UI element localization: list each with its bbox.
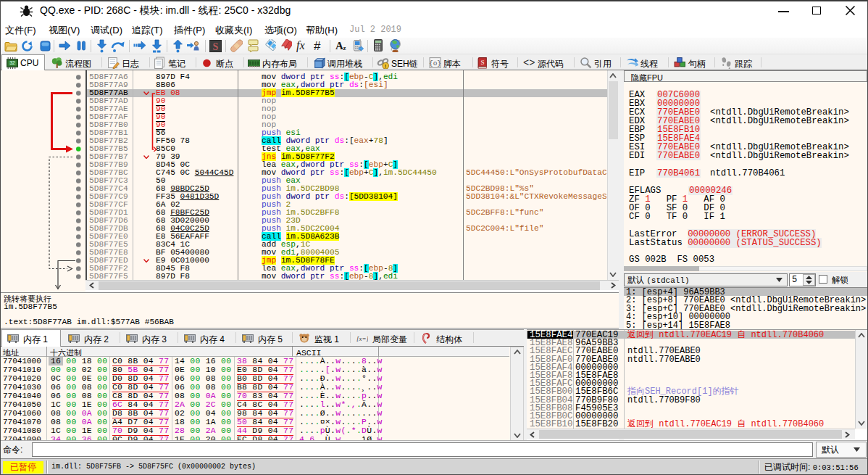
svg-text:fx: fx (296, 39, 305, 52)
svg-text:z: z (343, 44, 346, 51)
svg-text:<>: <> (523, 58, 535, 69)
svg-text:[x=]: [x=] (356, 335, 368, 342)
svg-text:{o}: {o} (429, 59, 441, 67)
svg-text:A: A (335, 40, 343, 51)
svg-text:!: ! (385, 63, 386, 69)
svg-text:32: 32 (9, 60, 15, 65)
svg-text:#: # (314, 39, 321, 52)
svg-text:S: S (480, 59, 484, 66)
svg-text:S: S (212, 41, 218, 52)
